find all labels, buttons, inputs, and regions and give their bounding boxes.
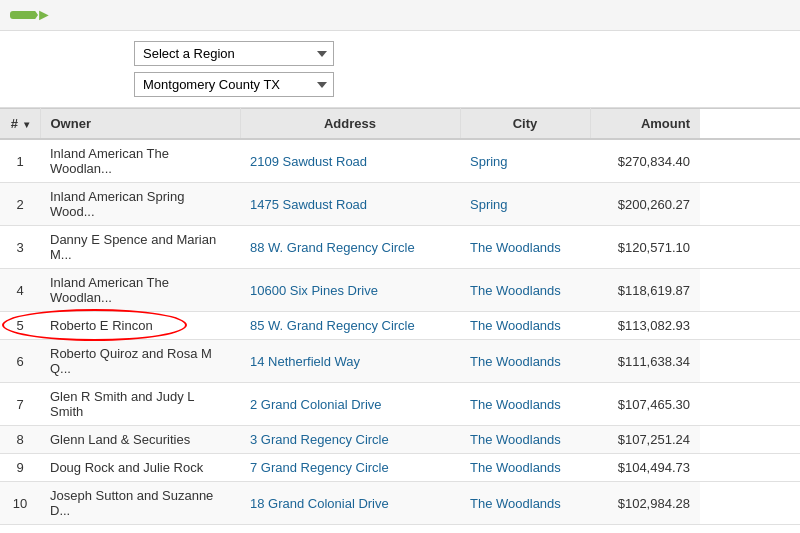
cell-amount: $107,251.24 — [590, 426, 700, 454]
table-row: 9Doug Rock and Julie Rock7 Grand Regency… — [0, 454, 800, 482]
cell-owner: Danny E Spence and Marian M... — [40, 226, 240, 269]
table-row: 5Roberto E Rincon85 W. Grand Regency Cir… — [0, 312, 800, 340]
cell-address[interactable]: 18 Grand Colonial Drive — [240, 482, 460, 525]
cell-city[interactable]: The Woodlands — [460, 482, 590, 525]
cell-num: 2 — [0, 183, 40, 226]
cell-owner: Inland American The Woodlan... — [40, 139, 240, 183]
cell-owner: Roberto Quiroz and Rosa M Q... — [40, 340, 240, 383]
table-row: 4Inland American The Woodlan...10600 Six… — [0, 269, 800, 312]
col-header-city: City — [460, 109, 590, 140]
filter-area: Select a Region Montgomery County TX — [0, 31, 800, 108]
cell-amount: $111,638.34 — [590, 340, 700, 383]
cell-city[interactable]: The Woodlands — [460, 269, 590, 312]
cell-num: 11 — [0, 525, 40, 534]
cell-city[interactable]: Spring — [460, 183, 590, 226]
col-header-amount: Amount — [590, 109, 700, 140]
cell-city[interactable]: The Woodlands — [460, 340, 590, 383]
table-row: 8Glenn Land & Securities3 Grand Regency … — [0, 426, 800, 454]
cell-city[interactable]: The Woodlands — [460, 426, 590, 454]
table-row: 2Inland American Spring Wood...1475 Sawd… — [0, 183, 800, 226]
cell-amount: $118,619.87 — [590, 269, 700, 312]
cell-owner: Roberto E Rincon — [40, 312, 240, 340]
cell-amount: $270,834.40 — [590, 139, 700, 183]
cell-city[interactable]: The Woodlands — [460, 226, 590, 269]
cell-address[interactable]: 2 Grand Colonial Drive — [240, 383, 460, 426]
cell-owner: Green Management & Consulting — [40, 525, 240, 534]
cell-address[interactable]: 1475 Sawdust Road — [240, 183, 460, 226]
table-row: 7Glen R Smith and Judy L Smith2 Grand Co… — [0, 383, 800, 426]
cell-num: 3 — [0, 226, 40, 269]
cell-amount: $120,571.10 — [590, 226, 700, 269]
cell-address[interactable]: 85 W. Grand Regency Circle — [240, 312, 460, 340]
cell-num: 9 — [0, 454, 40, 482]
cell-num: 10 — [0, 482, 40, 525]
table-row: 11Green Management & Consulting19 Grand … — [0, 525, 800, 534]
cell-num: 7 — [0, 383, 40, 426]
cell-num: 4 — [0, 269, 40, 312]
filter-row-region: Select a Region — [14, 41, 786, 66]
table-wrapper: # ▾ Owner Address City Amount 1Inland Am… — [0, 108, 800, 533]
cell-num: 5 — [0, 312, 40, 340]
cell-amount: $95,440.25 — [590, 525, 700, 534]
cell-address[interactable]: 7 Grand Regency Circle — [240, 454, 460, 482]
cell-num: 8 — [0, 426, 40, 454]
filter-row-county: Montgomery County TX — [14, 72, 786, 97]
cell-owner: Doug Rock and Julie Rock — [40, 454, 240, 482]
table-row: 3Danny E Spence and Marian M...88 W. Gra… — [0, 226, 800, 269]
cell-amount: $107,465.30 — [590, 383, 700, 426]
cell-address[interactable]: 19 Grand Colonial Drive — [240, 525, 460, 534]
cell-city[interactable]: The Woodlands — [460, 525, 590, 534]
cell-owner: Glenn Land & Securities — [40, 426, 240, 454]
cell-amount: $104,494.73 — [590, 454, 700, 482]
cell-address[interactable]: 10600 Six Pines Drive — [240, 269, 460, 312]
table-body: 1Inland American The Woodlan...2109 Sawd… — [0, 139, 800, 533]
col-header-owner: Owner — [40, 109, 240, 140]
table-row: 6Roberto Quiroz and Rosa M Q...14 Nether… — [0, 340, 800, 383]
table-row: 1Inland American The Woodlan...2109 Sawd… — [0, 139, 800, 183]
cell-owner: Glen R Smith and Judy L Smith — [40, 383, 240, 426]
cell-amount: $102,984.28 — [590, 482, 700, 525]
cell-owner: Joseph Sutton and Suzanne D... — [40, 482, 240, 525]
cell-address[interactable]: 14 Netherfield Way — [240, 340, 460, 383]
cell-city[interactable]: Spring — [460, 139, 590, 183]
cell-address[interactable]: 3 Grand Regency Circle — [240, 426, 460, 454]
breadcrumb-arrow-icon: ► — [36, 6, 52, 24]
cell-owner: Inland American The Woodlan... — [40, 269, 240, 312]
cell-address[interactable]: 2109 Sawdust Road — [240, 139, 460, 183]
region-select[interactable]: Select a Region — [134, 41, 334, 66]
property-tax-table: # ▾ Owner Address City Amount 1Inland Am… — [0, 108, 800, 533]
cell-amount: $113,082.93 — [590, 312, 700, 340]
cell-amount: $200,260.27 — [590, 183, 700, 226]
cell-num: 1 — [0, 139, 40, 183]
col-header-address: Address — [240, 109, 460, 140]
county-select[interactable]: Montgomery County TX — [134, 72, 334, 97]
table-row: 10Joseph Sutton and Suzanne D...18 Grand… — [0, 482, 800, 525]
cell-num: 6 — [0, 340, 40, 383]
cell-address[interactable]: 88 W. Grand Regency Circle — [240, 226, 460, 269]
breadcrumb-taxes[interactable] — [10, 11, 38, 19]
cell-city[interactable]: The Woodlands — [460, 312, 590, 340]
cell-city[interactable]: The Woodlands — [460, 383, 590, 426]
breadcrumb: ► — [0, 0, 800, 31]
table-header: # ▾ Owner Address City Amount — [0, 109, 800, 140]
col-header-num[interactable]: # ▾ — [0, 109, 40, 140]
cell-city[interactable]: The Woodlands — [460, 454, 590, 482]
cell-owner: Inland American Spring Wood... — [40, 183, 240, 226]
sort-icon: ▾ — [24, 119, 29, 130]
